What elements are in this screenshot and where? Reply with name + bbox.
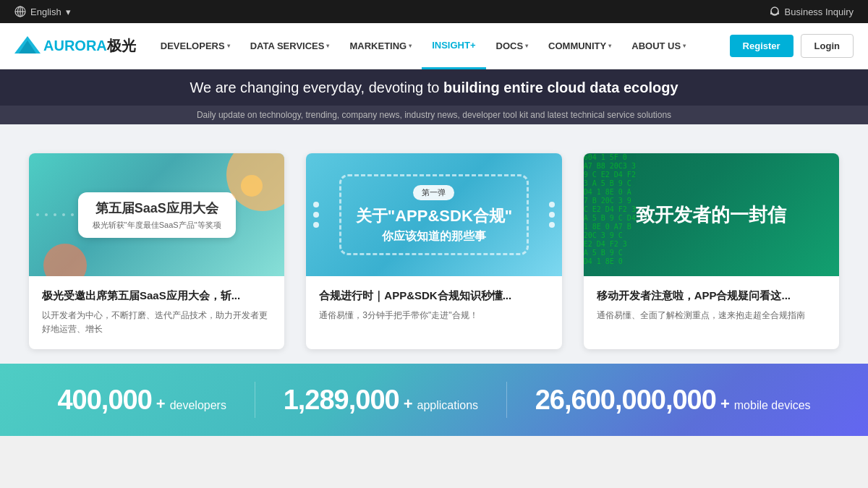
stat-developers-label: developers xyxy=(170,399,226,412)
card-2-tag: 第一弹 xyxy=(413,185,454,200)
svg-point-4 xyxy=(771,7,778,14)
chevron-down-icon: ▾ xyxy=(227,43,230,49)
card-1-image-sub: 极光斩获"年度最佳SaaS产品"等奖项 xyxy=(93,220,221,231)
globe-icon xyxy=(14,6,26,17)
language-caret: ▾ xyxy=(66,7,71,17)
nav-item-about-us[interactable]: ABOUT US ▾ xyxy=(621,23,696,69)
card-1-image: 第五届SaaS应用大会 极光斩获"年度最佳SaaS产品"等奖项 xyxy=(29,153,284,276)
card-2-image: 第一弹 关于"APP&SDK合规" 你应该知道的那些事 xyxy=(306,153,561,276)
card-3[interactable]: 604 1 5F 0A7 B8 20C3 39 C E2 D4 F23 A 5 … xyxy=(584,153,839,349)
nav-item-community[interactable]: COMMUNITY ▾ xyxy=(538,23,621,69)
subtitle-text: Daily update on technology, trending, co… xyxy=(197,110,671,120)
card-2-image-title: 关于"APP&SDK合规" 你应该知道的那些事 xyxy=(356,206,512,244)
nav-item-marketing[interactable]: MARKETING ▾ xyxy=(339,23,422,69)
card-2-border: 第一弹 关于"APP&SDK合规" 你应该知道的那些事 xyxy=(339,174,529,255)
stats-footer: 400,000 + developers 1,289,000 + applica… xyxy=(0,364,868,436)
logo-icon xyxy=(14,33,41,59)
stat-applications: 1,289,000 + applications xyxy=(284,385,478,416)
card-3-title: 移动开发者注意啦，APP合规疑问看这... xyxy=(597,288,826,303)
card-2-body: 合规进行时｜APP&SDK合规知识秒懂... 通俗易懂，3分钟手把手带你"走进"… xyxy=(306,276,561,335)
card-2-title: 合规进行时｜APP&SDK合规知识秒懂... xyxy=(319,288,548,303)
logo-text: AURORA极光 xyxy=(43,36,136,56)
card-2[interactable]: 第一弹 关于"APP&SDK合规" 你应该知道的那些事 xyxy=(306,153,561,349)
chevron-down-icon: ▾ xyxy=(525,43,528,49)
matrix-bg: 604 1 5F 0A7 B8 20C3 39 C E2 D4 F23 A 5 … xyxy=(584,153,839,276)
nav-item-insight[interactable]: INSIGHT+ xyxy=(422,23,485,69)
card-1-image-inner: 第五届SaaS应用大会 极光斩获"年度最佳SaaS产品"等奖项 xyxy=(78,192,236,238)
chevron-down-icon: ▾ xyxy=(608,43,611,49)
language-label: English xyxy=(30,7,61,17)
stat-devices-number: 26,600,000,000 xyxy=(535,385,716,416)
stat-mobile-devices: 26,600,000,000 + mobile devices xyxy=(535,385,811,416)
stat-applications-label: applications xyxy=(417,399,479,412)
stat-developers: 400,000 + developers xyxy=(57,385,226,416)
cards-grid: 第五届SaaS应用大会 极光斩获"年度最佳SaaS产品"等奖项 极光受邀出席第五… xyxy=(29,153,839,349)
card-1-image-title: 第五届SaaS应用大会 xyxy=(93,200,221,217)
card-2-image-inner: 第一弹 关于"APP&SDK合规" 你应该知道的那些事 xyxy=(332,167,536,262)
stat-applications-number: 1,289,000 xyxy=(284,385,399,416)
card-3-body: 移动开发者注意啦，APP合规疑问看这... 通俗易懂、全面了解检测重点，速来抱走… xyxy=(584,276,839,335)
svg-rect-6 xyxy=(778,12,779,14)
hero-text: We are changing everyday, devoting to bu… xyxy=(175,80,692,96)
top-bar: English ▾ Business Inquiry xyxy=(0,0,868,23)
nav-item-developers[interactable]: DEVELOPERS ▾ xyxy=(150,23,240,69)
subtitle-bar: Daily update on technology, trending, co… xyxy=(0,106,868,124)
register-button[interactable]: Register xyxy=(730,35,793,57)
main-content: 第五届SaaS应用大会 极光斩获"年度最佳SaaS产品"等奖项 极光受邀出席第五… xyxy=(0,124,868,364)
nav-items: DEVELOPERS ▾ DATA SERVICES ▾ MARKETING ▾… xyxy=(150,23,730,69)
hero-banner: We are changing everyday, devoting to bu… xyxy=(0,69,868,106)
business-inquiry-label: Business Inquiry xyxy=(785,7,854,17)
stat-developers-number: 400,000 xyxy=(57,385,151,416)
stat-developers-plus: + xyxy=(156,395,166,414)
card-3-desc: 通俗易懂、全面了解检测重点，速来抱走超全合规指南 xyxy=(597,309,826,322)
card-3-image: 604 1 5F 0A7 B8 20C3 39 C E2 D4 F23 A 5 … xyxy=(584,153,839,276)
stat-separator-2 xyxy=(506,382,507,418)
stat-devices-plus: + xyxy=(720,395,730,414)
main-nav: AURORA极光 DEVELOPERS ▾ DATA SERVICES ▾ MA… xyxy=(0,23,868,69)
headset-icon xyxy=(769,6,780,17)
chevron-down-icon: ▾ xyxy=(409,43,412,49)
nav-item-data-services[interactable]: DATA SERVICES ▾ xyxy=(240,23,340,69)
card-1-body: 极光受邀出席第五届SaaS应用大会，斩... 以开发者为中心，不断打磨、迭代产品… xyxy=(29,276,284,349)
chevron-down-icon: ▾ xyxy=(683,43,686,49)
card-1[interactable]: 第五届SaaS应用大会 极光斩获"年度最佳SaaS产品"等奖项 极光受邀出席第五… xyxy=(29,153,284,349)
language-selector[interactable]: English ▾ xyxy=(14,6,71,17)
card-1-desc: 以开发者为中心，不断打磨、迭代产品技术，助力开发者更好地运营、增长 xyxy=(42,309,271,336)
logo[interactable]: AURORA极光 xyxy=(14,33,136,59)
card-1-title: 极光受邀出席第五届SaaS应用大会，斩... xyxy=(42,288,271,303)
stat-devices-label: mobile devices xyxy=(734,399,811,412)
nav-item-docs[interactable]: DOCS ▾ xyxy=(486,23,539,69)
stat-separator-1 xyxy=(255,382,255,418)
svg-rect-5 xyxy=(770,12,772,14)
login-button[interactable]: Login xyxy=(801,34,854,58)
business-inquiry[interactable]: Business Inquiry xyxy=(769,6,854,17)
card-2-desc: 通俗易懂，3分钟手把手带你"走进"合规！ xyxy=(319,309,548,322)
stat-applications-plus: + xyxy=(404,395,413,414)
chevron-down-icon: ▾ xyxy=(326,43,329,49)
nav-right: Register Login xyxy=(730,34,854,58)
